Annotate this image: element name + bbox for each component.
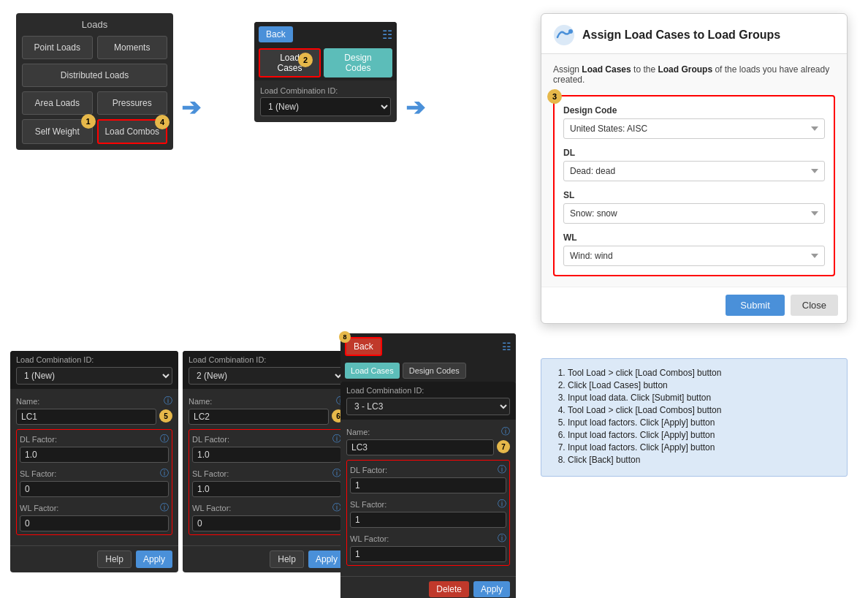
combo1-name-input[interactable] (16, 409, 156, 425)
step-badge-1: 1 (81, 114, 96, 129)
combo3-sl-input[interactable] (350, 512, 506, 528)
combo3-grid-icon[interactable]: ☷ (502, 341, 511, 352)
combo2-name-label: Name: (189, 397, 212, 406)
bold-load-cases: Load Cases (582, 64, 631, 75)
combo1-id-label: Load Combination ID: (16, 355, 172, 364)
svg-point-1 (568, 29, 573, 34)
bold-load-groups: Load Groups (658, 64, 712, 75)
submit-button[interactable]: Submit (726, 295, 784, 316)
self-weight-button[interactable]: 1 Self Weight (22, 119, 93, 144)
instruction-3: Input load data. Click [Submit] button (568, 393, 835, 403)
combo2-id-select[interactable]: 2 (New) (189, 367, 345, 385)
middle-body: Load Combination ID: 1 (New) (254, 80, 397, 122)
pressures-button[interactable]: Pressures (97, 91, 168, 115)
dl-label: DL (563, 148, 825, 158)
combo2-help-button[interactable]: Help (270, 550, 304, 568)
distributed-loads-button[interactable]: Distributed Loads (22, 64, 167, 87)
combo3-name-input[interactable] (346, 439, 494, 455)
combo2-body: Name: ⓘ 6 DL Factor: ⓘ SL Factor: ⓘ WL F… (183, 389, 351, 545)
step-badge-4: 4 (155, 115, 170, 129)
combo3-wl-input[interactable] (350, 546, 506, 562)
combo2-footer: Help Apply (183, 545, 351, 572)
combo3-sl-label: SL Factor: (350, 500, 387, 509)
combo1-wl-input[interactable] (20, 515, 169, 531)
combo3-dl-field: DL Factor: ⓘ SL Factor: ⓘ WL Factor: ⓘ (346, 460, 510, 566)
dialog-description: Assign Load Cases to the Load Groups of … (553, 64, 835, 85)
combo1-dl-label: DL Factor: (20, 435, 57, 444)
instructions-box: Tool Load > click [Load Combos] button C… (541, 358, 848, 477)
combo2-sl-input[interactable] (192, 481, 341, 497)
combo3-apply-button[interactable]: Apply (473, 581, 510, 597)
combo1-dl-field: DL Factor: ⓘ SL Factor: ⓘ WL Factor: ⓘ (16, 429, 172, 535)
combo3-footer: Delete Apply (340, 576, 516, 598)
combo1-sl-input[interactable] (20, 481, 169, 497)
dl-select[interactable]: Dead: dead (563, 161, 825, 181)
combo3-dl-info-icon: ⓘ (498, 463, 506, 476)
instructions-list: Tool Load > click [Load Combos] button C… (553, 368, 835, 465)
combo3-name-info-icon: ⓘ (501, 425, 510, 438)
moments-button[interactable]: Moments (97, 36, 168, 59)
skycliv-logo (553, 24, 575, 46)
sl-label: SL (563, 190, 825, 200)
combo1-id-select[interactable]: 1 (New) (16, 367, 172, 385)
combo2-wl-input[interactable] (192, 515, 341, 531)
step-badge-2: 2 (298, 53, 313, 67)
combo2-dl-field: DL Factor: ⓘ SL Factor: ⓘ WL Factor: ⓘ (189, 429, 345, 535)
combo1-dl-input[interactable] (20, 447, 169, 463)
design-codes-tab[interactable]: Design Codes (324, 48, 392, 77)
wl-select[interactable]: Wind: wind (563, 246, 825, 266)
combo3-topbar: 8 Back ☷ (340, 333, 516, 360)
dl-field: DL Dead: dead (563, 148, 825, 181)
sl-field: SL Snow: snow (563, 190, 825, 224)
middle-top-bar: Back ☷ (254, 22, 397, 45)
combo-id-label: Load Combination ID: (260, 86, 391, 95)
combo1-wl-info-icon: ⓘ (160, 502, 169, 514)
combo1-apply-button[interactable]: Apply (136, 550, 172, 568)
combo3-body: Name: ⓘ 7 DL Factor: ⓘ SL Factor: ⓘ WL F… (340, 420, 516, 576)
combo-panel-3: 8 Back ☷ Load Cases Design Codes Load Co… (340, 333, 516, 598)
combo3-delete-button[interactable]: Delete (429, 581, 469, 597)
combo2-apply-button[interactable]: Apply (308, 550, 345, 568)
load-combos-button[interactable]: 4 Load Combos (97, 119, 168, 144)
combo1-name-label: Name: (16, 397, 39, 406)
combo3-back-button[interactable]: 8 Back (345, 337, 382, 356)
combo3-name-field: Name: ⓘ 7 (346, 425, 510, 455)
arrow-1: ➔ (181, 94, 201, 121)
combo3-dl-label: DL Factor: (350, 466, 387, 474)
back-button-top[interactable]: Back (259, 26, 293, 42)
middle-panel: Back ☷ Load Cases Design Codes 2 Load Co… (254, 22, 397, 122)
combo1-header: Load Combination ID: 1 (New) (10, 351, 178, 389)
combo2-sl-label: SL Factor: (192, 469, 229, 478)
instruction-8: Click [Back] button (568, 455, 835, 465)
arrow-2: ➔ (406, 94, 425, 121)
instruction-4: Tool Load > click [Load Combos] button (568, 405, 835, 415)
close-button[interactable]: Close (791, 295, 838, 316)
area-loads-button[interactable]: Area Loads (22, 91, 93, 115)
sl-select[interactable]: Snow: snow (563, 203, 825, 224)
dialog-footer: Submit Close (541, 287, 847, 323)
dialog-header: Assign Load Cases to Load Groups (541, 14, 847, 54)
combo3-id-label: Load Combination ID: (346, 386, 510, 395)
step-badge-7: 7 (497, 440, 510, 453)
combo-id-select[interactable]: 1 (New) (260, 97, 391, 116)
loads-grid: Point Loads Moments Distributed Loads Ar… (22, 36, 167, 144)
design-code-select[interactable]: United States: AISC (563, 118, 825, 139)
combo-panel-1: Load Combination ID: 1 (New) Name: ⓘ 5 D… (10, 351, 178, 572)
combo1-help-button[interactable]: Help (97, 550, 132, 568)
combo3-wl-label: WL Factor: (350, 534, 389, 543)
grid-icon[interactable]: ☷ (382, 28, 392, 42)
combo2-dl-label: DL Factor: (192, 435, 229, 444)
combo3-load-cases-tab[interactable]: Load Cases (345, 363, 400, 379)
instruction-5: Input load factors. Click [Apply] button (568, 417, 835, 428)
point-loads-button[interactable]: Point Loads (22, 36, 93, 59)
combo3-wl-info-icon: ⓘ (498, 532, 506, 545)
combo2-name-input[interactable] (189, 409, 329, 425)
combo1-sl-info-icon: ⓘ (160, 467, 169, 480)
combo3-dl-input[interactable] (350, 477, 506, 493)
combo1-name-info-icon: ⓘ (164, 395, 172, 407)
combo3-design-codes-tab[interactable]: Design Codes (403, 363, 466, 379)
combo3-id-select[interactable]: 3 - LC3 (346, 398, 510, 415)
combo1-footer: Help Apply (10, 545, 178, 572)
combo2-dl-input[interactable] (192, 447, 341, 463)
instruction-7: Input load factors. Click [Apply] button (568, 442, 835, 453)
